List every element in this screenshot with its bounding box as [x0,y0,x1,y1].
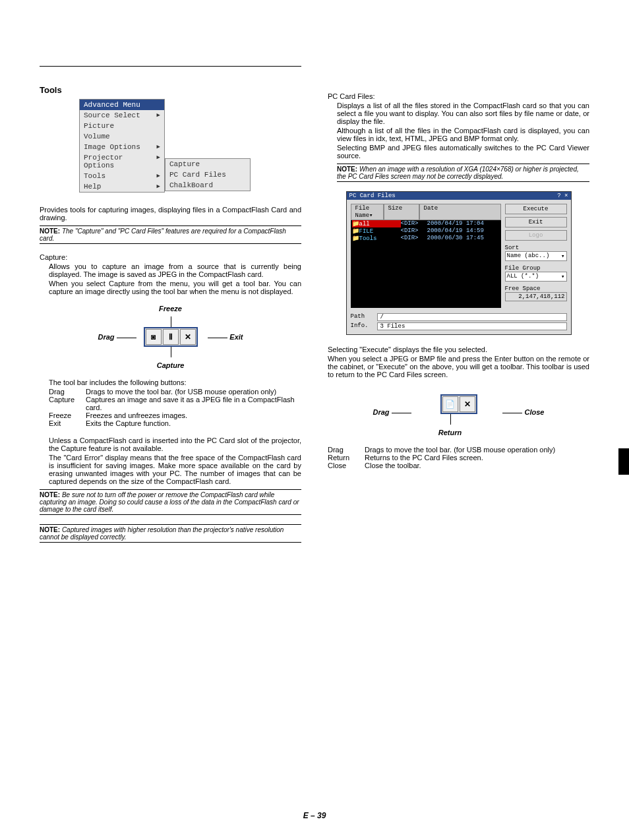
label-exit: Exit [208,333,243,341]
advanced-menu-figure: Advanced Menu Source Select▶ Picture Vol… [79,99,301,193]
select-execute: Selecting "Execute" displays the file yo… [328,345,589,353]
file-row: 📁all<DIR>2000/04/19 17:04 [351,220,501,227]
path-value: / [377,313,567,321]
path-label: Path [351,313,374,321]
def-freeze: FreezeFreezes and unfreezes images. [49,411,301,419]
def-return: ReturnReturns to the PC Card Files scree… [328,454,589,462]
return-toolbar-figure: Drag 📄 ✕ Close Return [373,390,545,434]
label-capture: Capture [157,361,185,369]
def-capture: CaptureCaptures an image and save it as … [49,396,301,411]
page-number: E – 39 [0,811,629,820]
side-panel: Execute Exit Logo Sort Name (abc..)▾ Fil… [505,204,567,308]
arrow-right-icon: ▶ [157,172,160,180]
menu-main: Advanced Menu Source Select▶ Picture Vol… [79,99,165,193]
note-xga: NOTE: When an image with a resolution of… [337,164,589,182]
pc-card-files-dialog: PC Card Files ? × File Name▾ Size Date 📁… [346,191,572,335]
label-freeze: Freeze [159,305,182,313]
label-return: Return [438,429,462,436]
group-label: File Group [505,265,567,272]
sort-label: Sort [505,245,567,251]
pc-p2: Although a list of all the files in the … [337,127,589,142]
return-toolbar-defs: DragDrags to move the tool bar. (for USB… [328,446,589,469]
capture-p1: Allows you to capture an image from a so… [49,262,301,278]
arrow-right-icon: ▶ [157,154,160,169]
arrow-right-icon: ▶ [157,143,160,151]
arrow-right-icon: ▶ [157,183,160,191]
note-resolution: NOTE: Captured images with higher resolu… [40,524,301,543]
toolbar-intro: The tool bar includes the following butt… [49,378,301,386]
note-compactflash: NOTE: The "Capture" and "PC Card Files" … [40,225,301,244]
logo-button: Logo [505,230,567,241]
col-date: Date [419,204,501,220]
pc-p3: Selecting BMP and JPEG files automatical… [337,144,589,160]
pc-p1: Displays a list of all the files stored … [337,102,589,125]
capture-p4: The "Card Error" display means that the … [49,454,301,485]
capture-p3: Unless a CompactFlash card is inserted i… [49,436,301,452]
sort-field: Name (abc..)▾ [505,251,567,261]
capture-toolbar-figure: Freeze Drag ◙ Ⅱ ✕ Exit Capture [98,307,243,367]
label-drag: Drag [98,333,136,341]
freeze-icon: Ⅱ [163,329,179,345]
note-power-off: NOTE: Be sure not to turn off the power … [40,489,301,515]
file-row: 📁Tools<DIR>2000/06/30 17:45 [351,235,501,242]
def-close: CloseClose the toolbar. [328,462,589,469]
pc-card-heading: PC Card Files: [328,92,589,100]
close-icon: ? × [557,193,568,199]
file-header: File Name▾ Size Date [351,204,501,220]
menu-sub: Capture PC Card Files ChalkBoard [165,158,251,191]
menu-item-volume: Volume [80,131,164,142]
menu-item-image-options: Image Options▶ [80,142,164,152]
label-drag: Drag [373,408,411,416]
tools-intro: Provides tools for capturing images, dis… [40,206,301,222]
jpeg-bmp-p: When you select a JPEG or BMP file and p… [328,355,589,378]
menu-item-source-select: Source Select▶ [80,110,164,121]
info-value: 3 Files [377,322,567,330]
left-column: Tools Advanced Menu Source Select▶ Pictu… [40,66,301,552]
capture-p2: When you select Capture from the menu, y… [49,280,301,295]
return-icon: 📄 [442,396,458,412]
menu-item-help: Help▶ [80,181,164,192]
col-filename: File Name▾ [351,204,384,220]
right-column: PC Card Files: Displays a list of all th… [328,66,589,552]
menu-item-tools: Tools▶ [80,171,164,181]
free-space-value: 2,147,418,112 [505,292,567,301]
group-field: ALL (*.*)▾ [505,272,567,282]
dropdown-icon: ▾ [561,273,564,280]
exit-button: Exit [505,217,567,227]
submenu-capture: Capture [165,159,250,169]
arrow-right-icon: ▶ [157,111,160,119]
dialog-footer: Path/ Info.3 Files [347,313,571,334]
execute-button: Execute [505,204,567,214]
tools-heading: Tools [40,66,301,95]
capture-icon: ◙ [146,329,162,345]
page-tab [618,448,629,475]
exit-icon: ✕ [180,329,196,345]
menu-title: Advanced Menu [80,100,164,110]
label-close: Close [502,408,544,416]
return-toolbar: 📄 ✕ [440,394,477,414]
menu-item-projector-options: Projector Options▶ [80,152,164,171]
col-size: Size [384,204,419,220]
file-list: File Name▾ Size Date 📁all<DIR>2000/04/19… [351,204,501,308]
def-exit: ExitExits the Capture function. [49,419,301,427]
submenu-pc-card-files: PC Card Files [165,169,250,180]
capture-heading: Capture: [40,253,301,261]
file-row: 📁FILE<DIR>2000/04/19 14:59 [351,227,501,235]
dialog-titlebar: PC Card Files ? × [347,192,571,200]
info-label: Info. [351,322,374,330]
def-drag: DragDrags to move the tool bar. (for USB… [49,388,301,396]
def-drag: DragDrags to move the tool bar. (for USB… [328,446,589,454]
toolbar-defs: DragDrags to move the tool bar. (for USB… [49,388,301,427]
menu-item-picture: Picture [80,121,164,131]
close-icon: ✕ [460,396,475,412]
free-space-label: Free Space [505,285,567,292]
capture-toolbar: ◙ Ⅱ ✕ [144,327,198,347]
submenu-chalkboard: ChalkBoard [165,180,250,191]
dropdown-icon: ▾ [561,253,564,260]
